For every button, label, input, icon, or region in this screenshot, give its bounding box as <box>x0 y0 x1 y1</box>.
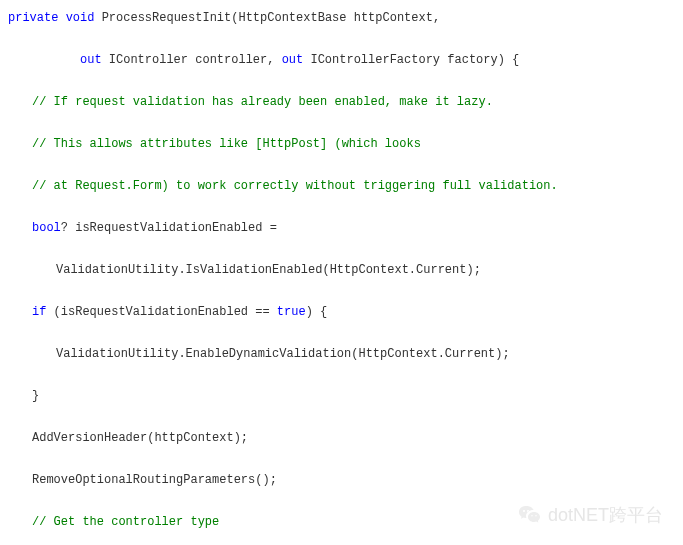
code-line: // If request validation has already bee… <box>8 92 675 113</box>
code-text: IControllerFactory factory) { <box>303 53 519 67</box>
code-text: ? isRequestValidationEnabled = <box>61 221 277 235</box>
code-line: // at Request.Form) to work correctly wi… <box>8 176 675 197</box>
code-text: (isRequestValidationEnabled == <box>46 305 276 319</box>
code-line: ValidationUtility.EnableDynamicValidatio… <box>8 344 675 365</box>
code-line: // This allows attributes like [HttpPost… <box>8 134 675 155</box>
keyword: private <box>8 11 58 25</box>
code-line: AddVersionHeader(httpContext); <box>8 428 675 449</box>
code-text: ) { <box>306 305 328 319</box>
keyword: if <box>32 305 46 319</box>
code-line: if (isRequestValidationEnabled == true) … <box>8 302 675 323</box>
code-text: ProcessRequestInit(HttpContextBase httpC… <box>94 11 440 25</box>
code-text: ValidationUtility.IsValidationEnabled(Ht… <box>56 263 481 277</box>
keyword: out <box>282 53 304 67</box>
code-line: // Get the controller type <box>8 512 675 533</box>
comment: // at Request.Form) to work correctly wi… <box>32 179 558 193</box>
comment: // This allows attributes like [HttpPost… <box>32 137 421 151</box>
comment: // If request validation has already bee… <box>32 95 493 109</box>
keyword: bool <box>32 221 61 235</box>
code-text: AddVersionHeader(httpContext); <box>32 431 248 445</box>
code-text: } <box>32 389 39 403</box>
code-text: ValidationUtility.EnableDynamicValidatio… <box>56 347 510 361</box>
keyword: void <box>66 11 95 25</box>
keyword: out <box>80 53 102 67</box>
code-text: IController controller, <box>102 53 282 67</box>
code-line: RemoveOptionalRoutingParameters(); <box>8 470 675 491</box>
code-line: bool? isRequestValidationEnabled = <box>8 218 675 239</box>
code-line: } <box>8 386 675 407</box>
code-line: ValidationUtility.IsValidationEnabled(Ht… <box>8 260 675 281</box>
code-text: RemoveOptionalRoutingParameters(); <box>32 473 277 487</box>
code-block: private void ProcessRequestInit(HttpCont… <box>8 8 675 545</box>
keyword: true <box>277 305 306 319</box>
code-line: private void ProcessRequestInit(HttpCont… <box>8 8 675 29</box>
code-line: out IController controller, out IControl… <box>8 50 675 71</box>
comment: // Get the controller type <box>32 515 219 529</box>
